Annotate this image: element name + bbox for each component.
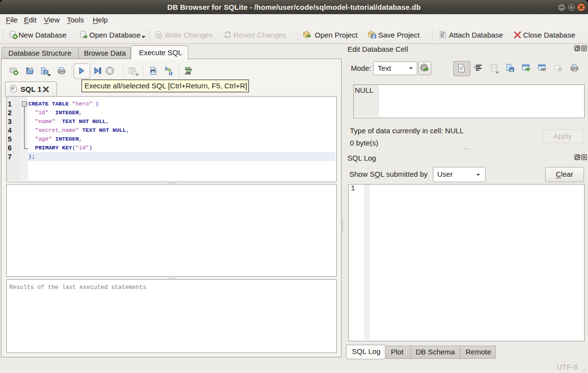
svg-text:b: b — [165, 66, 168, 72]
svg-text:a: a — [169, 69, 173, 76]
